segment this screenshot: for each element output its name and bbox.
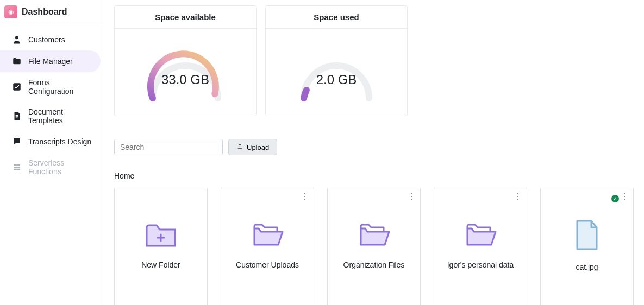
svg-rect-2 [14,164,20,166]
card-folder[interactable]: ⋮ Customer Uploads [221,188,314,305]
open-folder-icon [464,221,497,251]
sidebar-item-document-templates[interactable]: Document Templates [0,101,104,131]
file-icon [574,219,600,253]
search-icon [221,143,223,152]
checkbox-icon [12,82,22,92]
gauge-value: 2.0 GB [282,72,391,87]
sidebar-item-customers[interactable]: Customers [0,29,104,50]
document-icon [12,111,22,121]
gauge-row: Space available 33.0 GB [114,5,636,116]
sidebar-item-label: File Manager [28,57,73,66]
svg-rect-3 [14,167,20,168]
card-label: Customer Uploads [232,260,303,269]
brand-title: Dashboard [22,7,67,17]
card-label: Igor's personal data [443,260,518,269]
brand-logo-icon [4,5,17,18]
open-folder-icon [358,221,390,251]
new-folder-icon [145,221,177,251]
breadcrumb[interactable]: Home [114,171,636,180]
card-label: Organization Files [339,260,409,269]
brand-header: Dashboard [0,0,104,24]
gauge-value: 33.0 GB [131,72,240,87]
upload-button[interactable]: Upload [228,139,277,155]
breadcrumb-path: Home [114,171,134,180]
card-menu-icon[interactable]: ⋮ [407,194,416,199]
sidebar-item-label: Document Templates [28,107,96,125]
svg-point-0 [15,36,18,39]
main-content: Space available 33.0 GB [104,0,644,305]
file-cards: New Folder ⋮ Customer Uploads ⋮ [114,188,636,305]
layers-icon [12,162,22,172]
upload-icon [236,143,243,151]
upload-label: Upload [247,143,269,151]
search-input[interactable] [115,139,221,155]
sidebar-item-label: Forms Configuration [28,78,96,96]
card-file[interactable]: ✓ ⋮ cat.jpg [540,188,634,305]
svg-rect-4 [14,169,20,170]
gauge-chart: 2.0 GB [282,33,391,109]
sidebar: Dashboard Customers File Manager Forms C… [0,0,104,305]
nav: Customers File Manager Forms Configurati… [0,24,104,182]
card-menu-icon[interactable]: ⋮ [620,194,629,199]
sidebar-item-label: Serverless Functions [28,158,96,176]
card-label: New Folder [137,260,185,269]
person-icon [12,35,22,45]
gauge-title: Space used [266,6,407,29]
search-wrap [114,139,223,155]
search-button[interactable] [221,139,223,155]
sidebar-item-label: Transcripts Design [28,137,91,146]
sidebar-item-label: Customers [28,35,65,44]
chat-icon [12,137,22,147]
gauge-space-used: Space used 2.0 GB [265,5,408,116]
gauge-chart: 33.0 GB [131,33,240,109]
card-menu-icon[interactable]: ⋮ [301,194,309,199]
open-folder-icon [251,221,284,251]
svg-point-5 [222,144,223,148]
folder-icon [12,56,22,66]
sidebar-item-forms-configuration[interactable]: Forms Configuration [0,72,104,101]
sidebar-item-transcripts-design[interactable]: Transcripts Design [0,131,104,152]
sidebar-item-serverless-functions: Serverless Functions [0,152,104,182]
gauge-title: Space available [115,6,256,29]
card-menu-icon[interactable]: ⋮ [514,194,522,199]
card-folder[interactable]: ⋮ Igor's personal data [434,188,527,305]
gauge-space-available: Space available 33.0 GB [114,5,257,116]
toolbar: Upload [114,139,636,155]
card-label: cat.jpg [571,263,602,271]
card-folder[interactable]: ⋮ Organization Files [327,188,421,305]
card-new-folder[interactable]: New Folder [114,188,208,305]
sidebar-item-file-manager[interactable]: File Manager [0,50,101,72]
check-icon: ✓ [611,195,619,202]
